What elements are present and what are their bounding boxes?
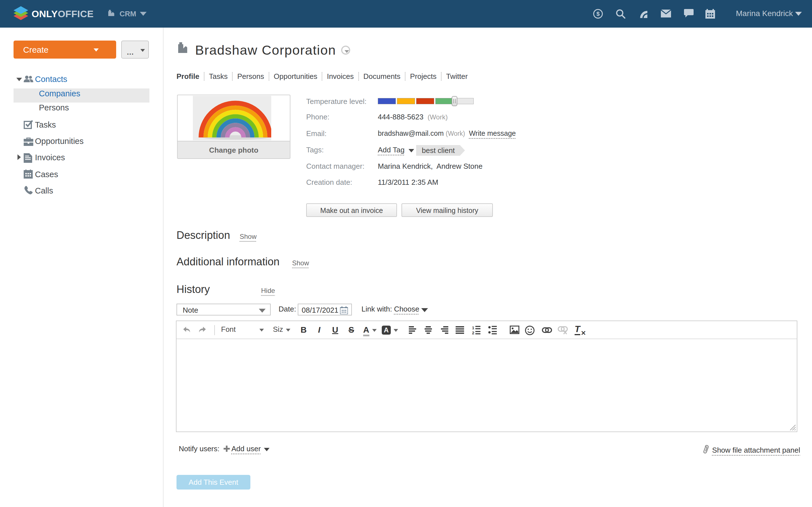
svg-text:1: 1 [472, 326, 474, 330]
svg-text:2: 2 [472, 330, 474, 335]
svg-text:$: $ [596, 10, 600, 17]
